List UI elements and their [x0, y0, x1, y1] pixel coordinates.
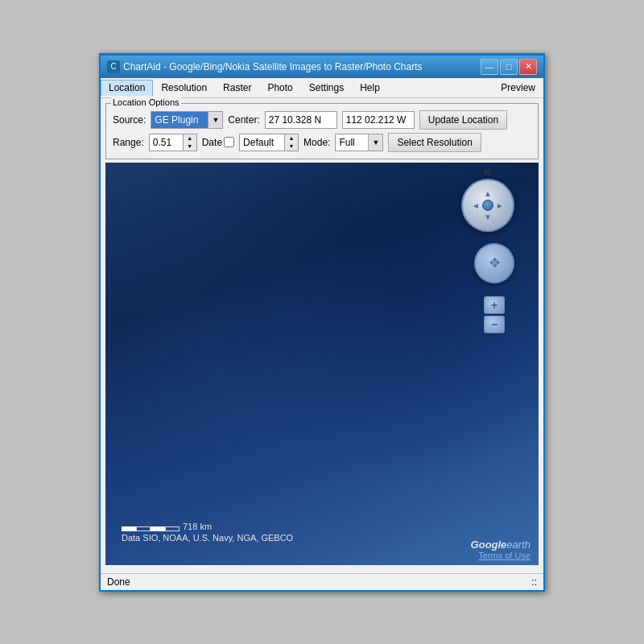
compass-north-label: N — [485, 167, 491, 177]
menu-raster[interactable]: Raster — [215, 80, 259, 96]
scale-seg-4 — [165, 526, 180, 531]
nav-right-button[interactable]: ► — [496, 200, 504, 209]
source-combo[interactable]: GE Plugin ▼ — [151, 111, 223, 129]
compass-center — [482, 200, 493, 211]
earth-text: earth — [506, 539, 530, 551]
title-bar-text: C ChartAid - Google/Bing/Nokia Satellite… — [107, 60, 423, 73]
mode-label: Mode: — [303, 137, 330, 148]
date-input[interactable]: Default — [239, 134, 284, 151]
update-location-button[interactable]: Update Location — [419, 110, 507, 130]
range-row: Range: 0.51 ▲ ▼ Date Default ▲ ▼ — [113, 133, 531, 152]
location-options-group: Location Options Source: GE Plugin ▼ Cen… — [105, 103, 539, 159]
date-up-button[interactable]: ▲ — [285, 134, 298, 142]
resize-grip: :: — [531, 576, 537, 588]
scale-seg-2 — [136, 526, 151, 531]
nav-compass: N ▲ ▼ ◄ ► — [461, 179, 514, 232]
map-container[interactable]: N ▲ ▼ ◄ ► ✥ + − — [105, 163, 539, 565]
nav-left-button[interactable]: ◄ — [472, 200, 480, 209]
range-input[interactable]: 0.51 — [149, 134, 183, 151]
menu-location[interactable]: Location — [101, 80, 153, 96]
date-spinner-buttons: ▲ ▼ — [284, 134, 299, 151]
content-area: Location Options Source: GE Plugin ▼ Cen… — [101, 98, 543, 573]
app-icon: C — [107, 60, 120, 73]
title-buttons: — □ ✕ — [481, 59, 537, 75]
google-earth-logo: Googleearth Terms of Use — [471, 539, 530, 560]
compass-ring: ▲ ▼ ◄ ► — [461, 179, 514, 232]
scale-seg-1 — [122, 526, 136, 531]
google-text: Google — [471, 539, 507, 551]
source-value: GE Plugin — [151, 112, 208, 128]
range-label: Range: — [113, 137, 144, 148]
select-resolution-button[interactable]: Select Resolution — [388, 133, 481, 152]
menu-bar: Location Resolution Raster Photo Setting… — [101, 78, 543, 98]
nav-move-control[interactable]: ✥ — [474, 243, 514, 283]
zoom-in-button[interactable]: + — [484, 296, 505, 314]
mode-value: Full — [336, 135, 368, 150]
maximize-button[interactable]: □ — [500, 59, 518, 75]
status-text: Done — [107, 576, 130, 588]
nav-down-button[interactable]: ▼ — [484, 213, 492, 221]
group-label: Location Options — [111, 97, 181, 107]
scale-value: 718 km — [183, 522, 212, 531]
date-wrap: Date — [202, 137, 234, 148]
source-label: Source: — [113, 114, 146, 126]
zoom-out-button[interactable]: − — [484, 316, 505, 333]
range-up-button[interactable]: ▲ — [184, 134, 196, 142]
source-row: Source: GE Plugin ▼ Center: Update Locat… — [113, 110, 531, 130]
nav-zoom-control: + − — [484, 296, 505, 333]
status-bar: Done :: — [101, 573, 543, 590]
mode-combo[interactable]: Full ▼ — [335, 134, 383, 151]
minimize-button[interactable]: — — [481, 59, 498, 75]
terms-of-use-link[interactable]: Terms of Use — [478, 551, 530, 560]
ge-logo-text: Googleearth — [471, 539, 530, 551]
range-down-button[interactable]: ▼ — [184, 142, 196, 151]
compass-arrows: ▲ ▼ ◄ ► — [472, 189, 504, 221]
date-checkbox[interactable] — [224, 137, 234, 147]
title-bar: C ChartAid - Google/Bing/Nokia Satellite… — [101, 56, 543, 78]
scale-bar: 718 km — [122, 522, 293, 531]
source-dropdown-arrow[interactable]: ▼ — [208, 112, 222, 128]
main-window: C ChartAid - Google/Bing/Nokia Satellite… — [99, 53, 545, 592]
menu-preview[interactable]: Preview — [493, 80, 543, 96]
center-lat-input[interactable] — [265, 111, 337, 129]
center-label: Center: — [228, 114, 259, 126]
scale-seg-3 — [151, 526, 165, 531]
center-lon-input[interactable] — [342, 111, 415, 129]
window-title: ChartAid - Google/Bing/Nokia Satellite I… — [123, 61, 423, 72]
menu-photo[interactable]: Photo — [259, 80, 300, 96]
date-spinner: Default ▲ ▼ — [239, 134, 299, 151]
move-icon: ✥ — [489, 255, 500, 270]
range-spinner: 0.51 ▲ ▼ — [149, 134, 197, 151]
date-down-button[interactable]: ▼ — [285, 142, 298, 151]
close-button[interactable]: ✕ — [519, 59, 537, 75]
map-attribution: 718 km Data SIO, NOAA, U.S. Navy, NGA, G… — [122, 522, 293, 543]
menu-settings[interactable]: Settings — [301, 80, 352, 96]
map-data-attribution: Data SIO, NOAA, U.S. Navy, NGA, GEBCO — [122, 533, 293, 543]
range-spinner-buttons: ▲ ▼ — [183, 134, 197, 151]
date-label: Date — [202, 137, 222, 148]
mode-dropdown-arrow[interactable]: ▼ — [368, 134, 382, 151]
nav-up-button[interactable]: ▲ — [484, 189, 492, 198]
menu-resolution[interactable]: Resolution — [153, 80, 215, 96]
menu-help[interactable]: Help — [352, 80, 388, 96]
